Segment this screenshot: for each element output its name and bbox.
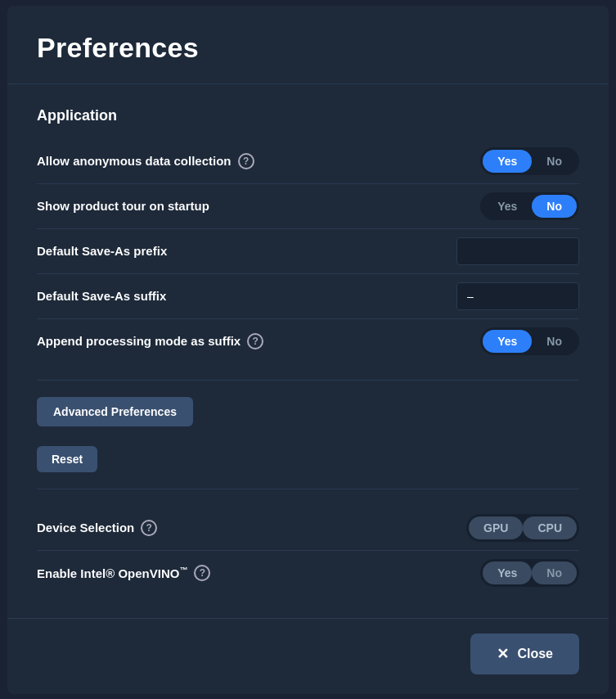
section-divider-1 <box>37 380 579 381</box>
advanced-section: Advanced Preferences Reset <box>37 397 579 472</box>
openvino-label: Enable Intel® OpenVINO™ ? <box>37 565 210 581</box>
openvino-toggle: Yes No <box>480 559 579 587</box>
append-processing-row: Append processing mode as suffix ? Yes N… <box>37 319 579 363</box>
dialog-body: Application Allow anonymous data collect… <box>7 84 609 618</box>
anonymous-data-toggle: Yes No <box>480 147 579 175</box>
append-processing-toggle: Yes No <box>480 327 579 355</box>
device-cpu-btn[interactable]: CPU <box>523 516 577 539</box>
device-selection-help-icon[interactable]: ? <box>141 520 157 536</box>
reset-button[interactable]: Reset <box>37 446 97 472</box>
anonymous-data-row: Allow anonymous data collection ? Yes No <box>37 139 579 184</box>
save-as-prefix-row: Default Save-As prefix <box>37 229 579 274</box>
application-section-title: Application <box>37 107 579 124</box>
anonymous-data-no-btn[interactable]: No <box>532 150 577 173</box>
section-divider-2 <box>37 489 579 489</box>
advanced-preferences-button[interactable]: Advanced Preferences <box>37 397 193 426</box>
openvino-yes-btn[interactable]: Yes <box>483 561 532 584</box>
product-tour-row: Show product tour on startup Yes No <box>37 184 579 229</box>
close-button[interactable]: ✕ Close <box>470 634 579 674</box>
openvino-no-btn[interactable]: No <box>532 561 577 584</box>
preferences-dialog: Preferences Application Allow anonymous … <box>7 6 609 694</box>
close-label: Close <box>517 647 553 661</box>
save-as-suffix-row: Default Save-As suffix <box>37 274 579 319</box>
anonymous-data-label: Allow anonymous data collection ? <box>37 153 254 169</box>
openvino-row: Enable Intel® OpenVINO™ ? Yes No <box>37 551 579 595</box>
product-tour-yes-btn[interactable]: Yes <box>483 195 532 218</box>
page-title: Preferences <box>37 32 579 64</box>
anonymous-data-yes-btn[interactable]: Yes <box>483 150 532 173</box>
product-tour-label: Show product tour on startup <box>37 199 209 213</box>
device-gpu-btn[interactable]: GPU <box>469 516 523 539</box>
product-tour-toggle: Yes No <box>480 192 579 220</box>
device-selection-toggle: GPU CPU <box>466 514 579 542</box>
append-processing-no-btn[interactable]: No <box>532 330 577 353</box>
anonymous-data-help-icon[interactable]: ? <box>238 153 254 169</box>
device-selection-label: Device Selection ? <box>37 520 157 536</box>
append-processing-yes-btn[interactable]: Yes <box>483 330 532 353</box>
dialog-header: Preferences <box>7 6 609 84</box>
device-selection-row: Device Selection ? GPU CPU <box>37 506 579 551</box>
append-processing-label: Append processing mode as suffix ? <box>37 333 263 350</box>
application-section: Application Allow anonymous data collect… <box>37 107 579 363</box>
append-processing-help-icon[interactable]: ? <box>247 333 263 350</box>
dialog-footer: ✕ Close <box>7 618 609 694</box>
openvino-help-icon[interactable]: ? <box>194 565 210 581</box>
close-icon: ✕ <box>497 645 509 663</box>
save-as-prefix-input[interactable] <box>456 237 579 265</box>
save-as-suffix-input[interactable] <box>456 282 579 310</box>
product-tour-no-btn[interactable]: No <box>532 195 577 218</box>
save-as-suffix-label: Default Save-As suffix <box>37 289 166 303</box>
save-as-prefix-label: Default Save-As prefix <box>37 244 167 258</box>
